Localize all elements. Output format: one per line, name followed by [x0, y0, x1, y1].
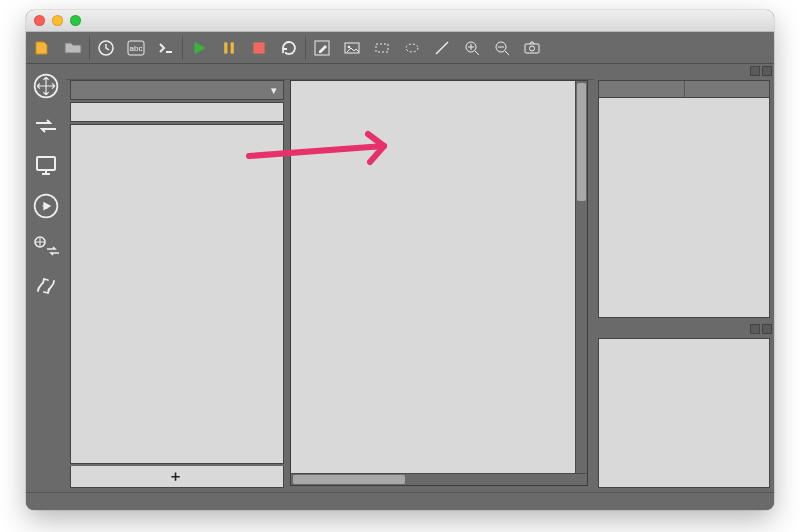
undock-icon[interactable] — [750, 66, 760, 76]
svg-rect-4 — [231, 42, 234, 53]
zoom-out-icon[interactable] — [487, 34, 517, 62]
svg-point-14 — [530, 46, 535, 51]
reload-icon[interactable] — [274, 34, 304, 62]
device-ribbon — [26, 64, 66, 492]
svg-rect-16 — [37, 157, 55, 170]
svg-text:abc: abc — [130, 44, 143, 53]
appliance-source-dropdown[interactable]: ▾ — [70, 80, 284, 100]
svg-point-10 — [406, 44, 418, 52]
topology-body[interactable] — [598, 98, 770, 318]
stop-icon[interactable] — [244, 34, 274, 62]
undock-icon[interactable] — [750, 324, 760, 334]
new-appliance-template-button[interactable]: ＋ — [70, 466, 284, 488]
topology-summary — [598, 80, 770, 318]
window: abc ▾ — [26, 10, 774, 510]
plus-icon: ＋ — [168, 467, 183, 486]
pause-icon[interactable] — [214, 34, 244, 62]
routers-category-icon[interactable] — [30, 70, 62, 102]
line-icon[interactable] — [427, 34, 457, 62]
security-devices-category-icon[interactable] — [30, 190, 62, 222]
image-icon[interactable] — [337, 34, 367, 62]
chevron-down-icon: ▾ — [271, 84, 277, 97]
screenshot-icon[interactable] — [517, 34, 547, 62]
clock-icon[interactable] — [91, 34, 121, 62]
rect-icon[interactable] — [367, 34, 397, 62]
svg-rect-9 — [376, 44, 388, 52]
topology-col-console[interactable] — [685, 81, 770, 97]
svg-rect-13 — [525, 44, 539, 53]
close-window-button[interactable] — [34, 15, 45, 26]
end-devices-category-icon[interactable] — [30, 150, 62, 182]
annotate-icon[interactable] — [307, 34, 337, 62]
open-project-icon[interactable] — [58, 34, 88, 62]
titlebar — [26, 10, 774, 32]
minimize-window-button[interactable] — [52, 15, 63, 26]
zoom-in-icon[interactable] — [457, 34, 487, 62]
svg-rect-5 — [253, 42, 264, 53]
servers-list[interactable] — [598, 338, 770, 488]
console-icon[interactable] — [151, 34, 181, 62]
all-devices-category-icon[interactable] — [30, 230, 62, 262]
zoom-window-button[interactable] — [70, 15, 81, 26]
close-panel-icon[interactable] — [762, 324, 772, 334]
ellipse-icon[interactable] — [397, 34, 427, 62]
traffic-lights — [34, 15, 81, 26]
devices-panel-title — [66, 64, 288, 80]
horizontal-scrollbar[interactable] — [291, 473, 587, 485]
topology-summary-title — [594, 64, 774, 80]
annotation-arrow — [244, 128, 414, 178]
svg-point-8 — [348, 45, 351, 48]
play-icon[interactable] — [184, 34, 214, 62]
topology-col-node[interactable] — [599, 81, 685, 97]
vertical-scrollbar[interactable] — [575, 81, 587, 473]
servers-summary — [598, 338, 770, 488]
right-sidebar — [594, 64, 774, 492]
filter-input[interactable] — [70, 102, 284, 122]
status-bar — [26, 492, 774, 510]
toolbar: abc — [26, 32, 774, 64]
close-panel-icon[interactable] — [762, 66, 772, 76]
servers-summary-title — [594, 322, 774, 338]
new-project-icon[interactable] — [28, 34, 58, 62]
symbols-icon[interactable]: abc — [121, 34, 151, 62]
svg-rect-3 — [224, 42, 227, 53]
add-link-icon[interactable] — [30, 270, 62, 302]
switches-category-icon[interactable] — [30, 110, 62, 142]
